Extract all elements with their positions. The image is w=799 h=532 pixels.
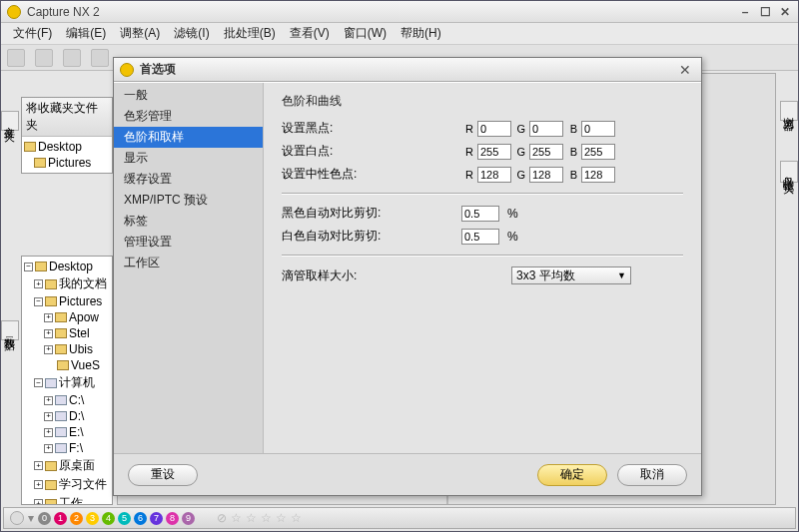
neutral-point-r[interactable] bbox=[477, 167, 511, 183]
status-label-8[interactable]: 8 bbox=[166, 512, 179, 525]
status-label-1[interactable]: 1 bbox=[54, 512, 67, 525]
expand-icon[interactable]: + bbox=[44, 444, 53, 453]
ok-button[interactable]: 确定 bbox=[537, 464, 607, 486]
black-point-b[interactable] bbox=[581, 121, 615, 137]
neutral-point-b[interactable] bbox=[581, 167, 615, 183]
nav-display[interactable]: 显示 bbox=[114, 148, 263, 169]
star-icon[interactable]: ☆ bbox=[231, 511, 242, 525]
status-label-2[interactable]: 2 bbox=[70, 512, 83, 525]
folder-icon bbox=[34, 158, 46, 168]
menu-batch[interactable]: 批处理(B) bbox=[218, 23, 282, 44]
menu-filter[interactable]: 滤镜(I) bbox=[168, 23, 215, 44]
tree-study[interactable]: +学习文件 bbox=[24, 475, 110, 494]
expand-icon[interactable]: + bbox=[34, 279, 43, 288]
white-point-g[interactable] bbox=[529, 144, 563, 160]
tree-orig-desktop[interactable]: +原桌面 bbox=[24, 456, 110, 475]
toolbar-btn-3[interactable] bbox=[63, 49, 81, 67]
tree-work[interactable]: +工作 bbox=[24, 494, 110, 504]
nav-levels-sampling[interactable]: 色阶和取样 bbox=[114, 127, 263, 148]
expand-icon[interactable]: + bbox=[34, 499, 43, 504]
expand-icon[interactable]: + bbox=[44, 412, 53, 421]
nav-cache[interactable]: 缓存设置 bbox=[114, 169, 263, 190]
tree-apow[interactable]: +Apow bbox=[24, 309, 110, 325]
collapse-icon[interactable]: − bbox=[34, 297, 43, 306]
menu-view[interactable]: 查看(V) bbox=[284, 23, 336, 44]
expand-icon[interactable]: + bbox=[34, 461, 43, 470]
tree-pictures[interactable]: −Pictures bbox=[24, 293, 110, 309]
nav-workspace[interactable]: 工作区 bbox=[114, 253, 263, 273]
nav-general[interactable]: 一般 bbox=[114, 85, 263, 106]
nav-color-mgmt[interactable]: 色彩管理 bbox=[114, 106, 263, 127]
side-tab-birdeye[interactable]: 鸟瞰镜头 bbox=[780, 161, 798, 183]
white-point-r[interactable] bbox=[477, 144, 511, 160]
tree-label: C:\ bbox=[69, 393, 84, 407]
expand-icon[interactable]: + bbox=[44, 329, 53, 338]
maximize-button[interactable]: ☐ bbox=[758, 5, 772, 19]
expand-icon[interactable]: + bbox=[34, 480, 43, 489]
status-label-9[interactable]: 9 bbox=[182, 512, 195, 525]
fav-desktop[interactable]: Desktop bbox=[24, 139, 110, 155]
neutral-point-g[interactable] bbox=[529, 167, 563, 183]
label-white-point: 设置白点: bbox=[282, 143, 431, 160]
expand-icon[interactable]: − bbox=[24, 263, 33, 271]
dropper-size-select[interactable]: 3x3 平均数 ▼ bbox=[511, 266, 631, 284]
status-label-4[interactable]: 4 bbox=[102, 512, 115, 525]
tree-stel[interactable]: +Stel bbox=[24, 325, 110, 341]
toolbar-btn-1[interactable] bbox=[7, 49, 25, 67]
black-point-g[interactable] bbox=[529, 121, 563, 137]
status-label-7[interactable]: 7 bbox=[150, 512, 163, 525]
star-icon[interactable]: ☆ bbox=[246, 511, 257, 525]
menu-help[interactable]: 帮助(H) bbox=[395, 23, 447, 44]
menu-edit[interactable]: 编辑(E) bbox=[60, 23, 112, 44]
tree-label: Desktop bbox=[49, 260, 93, 273]
star-icon[interactable]: ☆ bbox=[291, 511, 302, 525]
side-tab-folders[interactable]: 文件夹 bbox=[1, 111, 19, 131]
folder-icon bbox=[57, 360, 69, 370]
expand-icon[interactable]: + bbox=[44, 345, 53, 354]
tree-desktop[interactable]: −Desktop bbox=[24, 259, 110, 274]
status-label-6[interactable]: 6 bbox=[134, 512, 147, 525]
tree-d[interactable]: +D:\ bbox=[24, 408, 110, 424]
black-clip-input[interactable] bbox=[461, 206, 499, 222]
toolbar-btn-2[interactable] bbox=[35, 49, 53, 67]
tree-mydocs[interactable]: +我的文档 bbox=[24, 274, 110, 293]
expand-icon[interactable]: + bbox=[44, 313, 53, 322]
tree-e[interactable]: +E:\ bbox=[24, 424, 110, 440]
nav-mgmt[interactable]: 管理设置 bbox=[114, 232, 263, 253]
minimize-button[interactable]: – bbox=[738, 5, 752, 19]
nav-labels[interactable]: 标签 bbox=[114, 211, 263, 232]
tree-ubis[interactable]: +Ubis bbox=[24, 341, 110, 357]
star-icon[interactable]: ☆ bbox=[261, 511, 272, 525]
nav-xmp[interactable]: XMP/IPTC 预设 bbox=[114, 190, 263, 211]
tree-vues[interactable]: VueS bbox=[24, 357, 110, 373]
star-icon[interactable]: ⊘ bbox=[217, 511, 227, 525]
tree-c[interactable]: +C:\ bbox=[24, 392, 110, 408]
tree-computer[interactable]: −计算机 bbox=[24, 373, 110, 392]
folder-icon bbox=[45, 499, 57, 505]
menu-window[interactable]: 窗口(W) bbox=[338, 23, 393, 44]
collapse-icon[interactable]: − bbox=[34, 378, 43, 387]
side-tab-metadata[interactable]: 元数据 bbox=[1, 320, 19, 340]
reset-button[interactable]: 重设 bbox=[128, 464, 198, 486]
menu-file[interactable]: 文件(F) bbox=[7, 23, 58, 44]
status-label-3[interactable]: 3 bbox=[86, 512, 99, 525]
white-clip-input[interactable] bbox=[461, 229, 499, 245]
side-tab-browser[interactable]: 浏览器 bbox=[780, 101, 798, 121]
tree-f[interactable]: +F:\ bbox=[24, 440, 110, 456]
white-point-b[interactable] bbox=[581, 144, 615, 160]
preferences-dialog: 首选项 ✕ 一般 色彩管理 色阶和取样 显示 缓存设置 XMP/IPTC 预设 … bbox=[113, 57, 702, 496]
expand-icon[interactable]: + bbox=[44, 428, 53, 437]
menu-adjust[interactable]: 调整(A) bbox=[114, 23, 166, 44]
toolbar-btn-4[interactable] bbox=[91, 49, 109, 67]
expand-icon[interactable]: + bbox=[44, 396, 53, 405]
dialog-close-button[interactable]: ✕ bbox=[675, 62, 695, 78]
status-label-5[interactable]: 5 bbox=[118, 512, 131, 525]
close-button[interactable]: ✕ bbox=[778, 5, 792, 19]
cancel-button[interactable]: 取消 bbox=[617, 464, 687, 486]
status-label-0[interactable]: 0 bbox=[38, 512, 51, 525]
dialog-content: 色阶和曲线 设置黑点: R G B 设置白点: R bbox=[264, 83, 701, 453]
gear-icon[interactable] bbox=[10, 511, 24, 525]
fav-pictures[interactable]: Pictures bbox=[24, 155, 110, 171]
black-point-r[interactable] bbox=[477, 121, 511, 137]
star-icon[interactable]: ☆ bbox=[276, 511, 287, 525]
